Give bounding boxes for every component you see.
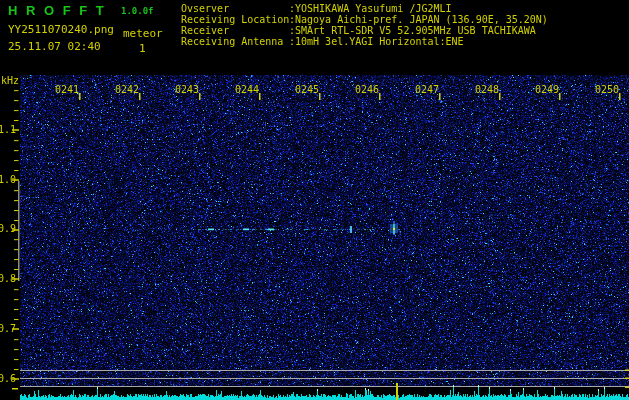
time-tick-label: 0241	[55, 84, 79, 95]
time-tick-label: 0246	[355, 84, 379, 95]
time-tick-label: 0242	[115, 84, 139, 95]
echo-count: 1	[139, 42, 146, 55]
receiving-location-label: Receiving Location	[181, 14, 289, 25]
receiving-location-value: :Nagoya Aichi-pref. JAPAN (136.90E, 35.2…	[289, 14, 548, 25]
spectrogram-canvas	[0, 0, 629, 400]
output-filename: YY2511070240.png	[8, 23, 114, 36]
time-tick-label: 0250	[595, 84, 619, 95]
receiving-antenna-value: :10mH 3el.YAGI Horizontal:ENE	[289, 36, 464, 47]
timestamp: 25.11.07 02:40	[8, 40, 101, 53]
app-version: 1.0.0f	[121, 6, 154, 16]
observer-label: Ovserver	[181, 3, 229, 14]
freq-axis-unit: kHz	[1, 75, 19, 86]
time-tick-label: 0244	[235, 84, 259, 95]
observer-value: :YOSHIKAWA Yasufumi /JG2MLI	[289, 3, 452, 14]
receiver-value: :SMArt RTL-SDR V5 52.905MHz USB TACHIKAW…	[289, 25, 536, 36]
hrofft-window: H R O F F T 1.0.0f YY2511070240.png mete…	[0, 0, 629, 400]
receiver-label: Receiver	[181, 25, 229, 36]
mode-label: meteor	[123, 27, 163, 40]
freq-tick-label: 0.7	[0, 323, 12, 334]
time-tick-label: 0248	[475, 84, 499, 95]
freq-tick-label: 1.0	[0, 174, 12, 185]
time-tick-label: 0249	[535, 84, 559, 95]
time-tick-label: 0247	[415, 84, 439, 95]
receiving-antenna-label: Receiving Antenna	[181, 36, 283, 47]
freq-tick-label: 1.1	[0, 124, 12, 135]
freq-tick-label: 0.9	[0, 223, 12, 234]
app-title: H R O F F T	[8, 3, 106, 18]
time-tick-label: 0245	[295, 84, 319, 95]
time-tick-label: 0243	[175, 84, 199, 95]
freq-tick-label: 0.6	[0, 373, 12, 384]
freq-tick-label: 0.8	[0, 273, 12, 284]
